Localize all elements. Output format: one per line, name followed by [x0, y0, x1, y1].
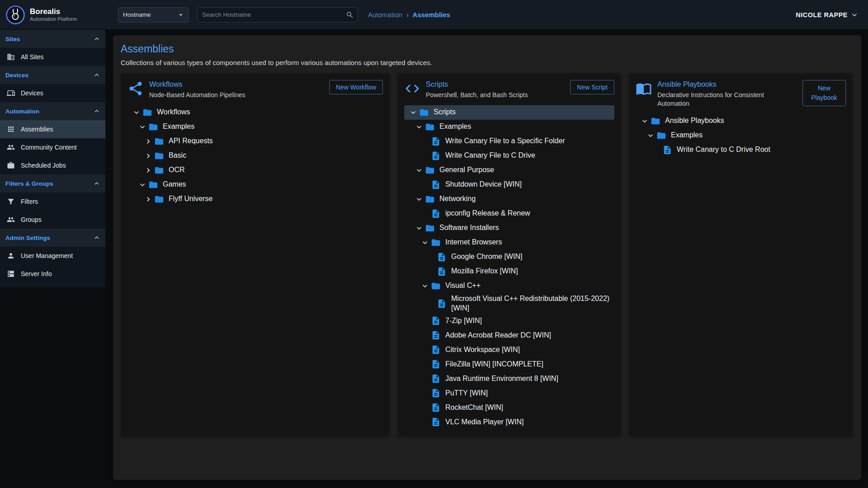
new-script-button[interactable]: New Script — [570, 80, 614, 94]
tree-item-write-canary-to-c-drive-root[interactable]: Write Canary to C Drive Root — [636, 143, 846, 157]
sidebar-item-server-info[interactable]: Server Info — [0, 265, 105, 283]
sidebar-item-all-sites[interactable]: All Sites — [0, 48, 105, 66]
tree-item-scripts[interactable]: Scripts — [404, 105, 614, 120]
tree-item-visual-c[interactable]: Visual C++ — [404, 279, 614, 293]
hostname-dropdown[interactable]: Hostname — [118, 7, 189, 23]
search-icon[interactable] — [346, 11, 354, 19]
chevron-down-icon[interactable] — [645, 130, 656, 141]
tree-item-google-chrome-win[interactable]: Google Chrome [WIN] — [404, 250, 614, 264]
sidebar-section-label: Automation — [5, 108, 93, 115]
tree-item-label: General Purpose — [439, 165, 494, 175]
tree-item-ocr[interactable]: OCR — [127, 163, 383, 178]
chevron-down-icon[interactable] — [408, 107, 419, 118]
tree-item-software-installers[interactable]: Software Installers — [404, 221, 614, 235]
chevron-down-icon[interactable] — [137, 179, 148, 190]
tree-item-write-canary-file-to-a-specific-folder[interactable]: Write Canary File to a Specific Folder — [404, 134, 614, 149]
sidebar-item-label: Server Info — [21, 270, 52, 277]
card-header: Ansible PlaybooksDeclarative Instruction… — [636, 80, 846, 108]
chevron-up-icon — [93, 71, 101, 79]
sidebar-item-scheduled-jobs[interactable]: Scheduled Jobs — [0, 156, 105, 174]
sidebar-item-user-management[interactable]: User Management — [0, 247, 105, 265]
sidebar-item-filters[interactable]: Filters — [0, 192, 105, 211]
file-icon — [430, 388, 441, 399]
sidebar-section-sites[interactable]: Sites — [0, 30, 105, 48]
file-icon — [430, 402, 441, 413]
chevron-down-icon[interactable] — [414, 194, 425, 205]
tree-item-label: FileZilla [WIN] [INCOMPLETE] — [445, 360, 543, 369]
sidebar-item-groups[interactable]: Groups — [0, 211, 105, 229]
breadcrumb-automation[interactable]: Automation — [368, 11, 402, 19]
sidebar-item-label: Community Content — [21, 144, 77, 151]
brand-tagline: Automation Platform — [30, 16, 77, 22]
tree-item-putty-win[interactable]: PuTTY [WIN] — [404, 386, 614, 400]
tree-item-adobe-acrobat-reader-dc-win[interactable]: Adobe Acrobat Reader DC [WIN] — [404, 328, 614, 343]
breadcrumb-assemblies[interactable]: Assemblies — [413, 11, 450, 19]
tree-item-citrix-workspace-win[interactable]: Citrix Workspace [WIN] — [404, 343, 614, 357]
sidebar-item-label: Filters — [21, 198, 38, 205]
folder-icon — [148, 122, 159, 132]
search-input[interactable] — [202, 11, 342, 18]
tree-item-ipconfig-release-renew[interactable]: ipconfig Release & Renew — [404, 206, 614, 221]
groups-icon — [7, 216, 15, 224]
sidebar-item-community-content[interactable]: Community Content — [0, 138, 105, 156]
tree-item-java-runtime-environment-8-win[interactable]: Java Runtime Environment 8 [WIN] — [404, 371, 614, 386]
new-playbook-button[interactable]: New Playbook — [802, 80, 846, 106]
card-subtitle: Declarative Instructions for Consistent … — [657, 91, 797, 108]
tree-item-workflows[interactable]: Workflows — [127, 105, 383, 120]
brand[interactable]: Borealis Automation Platform — [0, 5, 105, 25]
tree-item-shutdown-device-win[interactable]: Shutdown Device [WIN] — [404, 178, 614, 192]
user-menu[interactable]: NICOLE RAPPE — [796, 10, 859, 19]
chevron-down-icon[interactable] — [639, 116, 650, 127]
tree-item-flyff-universe[interactable]: Flyff Universe — [127, 192, 383, 206]
chevron-down-icon[interactable] — [137, 122, 148, 132]
chevron-right-icon[interactable] — [143, 150, 154, 161]
borealis-logo-icon — [5, 5, 25, 25]
tree-item-internet-browsers[interactable]: Internet Browsers — [404, 235, 614, 250]
community-icon — [7, 143, 15, 151]
chevron-down-icon[interactable] — [131, 107, 142, 118]
file-icon — [430, 359, 441, 370]
tree-item-label: Ansible Playbooks — [665, 116, 724, 126]
chevron-down-icon[interactable] — [414, 165, 425, 176]
new-workflow-button[interactable]: New Workflow — [329, 80, 383, 94]
chevron-right-icon[interactable] — [143, 194, 154, 205]
tree-item-games[interactable]: Games — [127, 178, 383, 192]
sidebar-section-filters-groups[interactable]: Filters & Groups — [0, 174, 105, 192]
card-title: Workflows — [149, 80, 324, 89]
tree-item-filezilla-win-incomplete[interactable]: FileZilla [WIN] [INCOMPLETE] — [404, 357, 614, 371]
sidebar-item-assemblies[interactable]: Assemblies — [0, 120, 105, 138]
chevron-spacer — [420, 402, 430, 413]
sidebar-section-automation[interactable]: Automation — [0, 102, 105, 120]
tree-item-basic[interactable]: Basic — [127, 149, 383, 163]
tree-item-examples[interactable]: Examples — [127, 120, 383, 134]
tree-item-examples[interactable]: Examples — [404, 120, 614, 134]
tree-item-vlc-media-player-win[interactable]: VLC Media Player [WIN] — [404, 415, 614, 429]
sidebar-item-label: All Sites — [21, 53, 44, 61]
chevron-right-icon[interactable] — [143, 136, 154, 147]
tree-item-general-purpose[interactable]: General Purpose — [404, 163, 614, 178]
chevron-right-icon[interactable] — [143, 165, 154, 176]
card-scripts: ScriptsPowershell, Batch, and Bash Scrip… — [397, 73, 621, 437]
chevron-spacer — [420, 388, 430, 399]
tree-item-7-zip-win[interactable]: 7-Zip [WIN] — [404, 314, 614, 328]
tree-item-networking[interactable]: Networking — [404, 192, 614, 206]
sidebar-item-devices[interactable]: Devices — [0, 84, 105, 102]
chevron-down-icon[interactable] — [414, 223, 425, 234]
sidebar-item-label: Scheduled Jobs — [21, 162, 66, 169]
tree-item-label: Citrix Workspace [WIN] — [445, 345, 520, 355]
chevron-down-icon[interactable] — [420, 237, 430, 248]
tree-item-microsoft-visual-c-redistributable-2015-2022-win[interactable]: Microsoft Visual C++ Redistributable (20… — [404, 293, 614, 314]
sidebar-item-label: Groups — [21, 216, 42, 223]
chevron-down-icon[interactable] — [420, 281, 430, 291]
tree-item-mozilla-firefox-win[interactable]: Mozilla Firefox [WIN] — [404, 264, 614, 279]
chevron-down-icon[interactable] — [414, 122, 425, 132]
tree-item-write-canary-file-to-c-drive[interactable]: Write Canary File to C Drive — [404, 149, 614, 163]
tree-item-label: Flyff Universe — [169, 194, 213, 204]
sidebar-section-admin-settings[interactable]: Admin Settings — [0, 229, 105, 247]
tree-item-ansible-playbooks[interactable]: Ansible Playbooks — [636, 114, 846, 128]
sidebar-section-devices[interactable]: Devices — [0, 66, 105, 84]
tree-item-examples[interactable]: Examples — [636, 128, 846, 143]
tree-item-api-requests[interactable]: API Requests — [127, 134, 383, 149]
tree-item-rocketchat-win[interactable]: RocketChat [WIN] — [404, 400, 614, 415]
chevron-up-icon — [93, 234, 101, 242]
